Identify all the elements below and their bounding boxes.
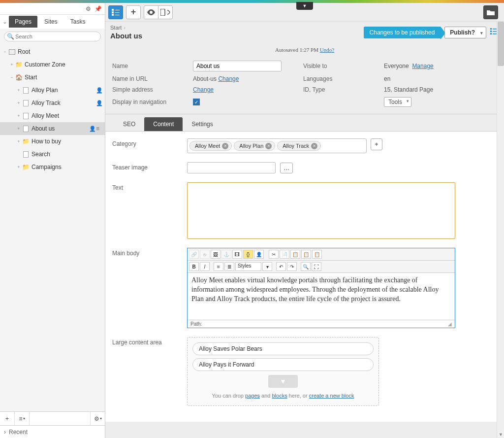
remove-chip-icon[interactable]: × <box>265 143 272 149</box>
tree-item[interactable]: Search <box>0 148 105 161</box>
ed-paste-word-icon[interactable]: 📋 <box>312 250 322 259</box>
tree-item[interactable]: +📁Customer Zone <box>0 58 105 71</box>
ed-unlink-icon[interactable]: ⎋ <box>200 250 210 259</box>
tree-item[interactable]: +Alloy Track👤 <box>0 97 105 109</box>
ed-undo-icon[interactable]: ↶ <box>276 262 286 271</box>
add-page-button[interactable]: + <box>0 412 15 425</box>
undo-link[interactable]: Undo? <box>320 47 334 53</box>
tab-settings[interactable]: Settings <box>183 117 221 131</box>
toggle-icon[interactable]: + <box>16 88 22 93</box>
ed-anchor-icon[interactable]: ⚓ <box>221 250 231 259</box>
tree-item[interactable]: +Alloy Meet <box>0 109 105 122</box>
tree-root[interactable]: − Root <box>0 45 105 58</box>
toggle-icon[interactable]: − <box>9 75 15 80</box>
editor-body[interactable]: Alloy Meet enables virtual knowledge por… <box>188 273 455 320</box>
assets-panel-toggle[interactable] <box>483 5 498 19</box>
category-chips[interactable]: Alloy Meet×Alloy Plan×Alloy Track× <box>187 138 367 153</box>
node-icon: 📁 <box>22 163 30 171</box>
root-icon <box>8 48 16 56</box>
ed-ol-icon[interactable]: ≣ <box>224 262 234 271</box>
tree-options-button[interactable]: ≡▾ <box>15 412 30 425</box>
tree-item[interactable]: −🏠Start <box>0 71 105 84</box>
tab-pages[interactable]: Pages <box>9 16 37 28</box>
ed-link-icon[interactable]: 🔗 <box>189 250 199 259</box>
tab-seo[interactable]: SEO <box>114 117 144 131</box>
breadcrumb[interactable]: Start› <box>110 25 142 31</box>
ed-paste-icon[interactable]: 📋 <box>290 250 300 259</box>
tree-label: Campaigns <box>32 164 103 170</box>
add-content-button[interactable]: + <box>126 5 141 19</box>
node-icon <box>22 99 30 107</box>
drop-blocks-link[interactable]: blocks <box>272 393 287 399</box>
tab-sites[interactable]: Sites <box>38 16 63 28</box>
scroll-thumb[interactable] <box>498 22 504 66</box>
tree-item[interactable]: +About us👤≡ <box>0 122 105 135</box>
toggle-icon[interactable]: + <box>16 113 22 118</box>
change-simple-link[interactable]: Change <box>193 86 214 93</box>
remove-chip-icon[interactable]: × <box>311 143 317 149</box>
ed-code-icon[interactable]: {} <box>243 250 253 259</box>
search-input[interactable] <box>4 32 101 41</box>
structure-toggle-button[interactable] <box>108 5 123 19</box>
change-url-link[interactable]: Change <box>218 75 239 82</box>
ed-cut-icon[interactable]: ✂ <box>269 250 279 259</box>
tree-item[interactable]: +📁How to buy <box>0 135 105 148</box>
ed-bold-icon[interactable]: B <box>189 262 199 271</box>
content-block-item[interactable]: Alloy Saves Polar Bears <box>192 342 374 355</box>
tree-item[interactable]: +📁Campaigns <box>0 161 105 173</box>
category-chip[interactable]: Alloy Plan× <box>234 141 275 151</box>
tree-item[interactable]: +Alloy Plan👤 <box>0 84 105 97</box>
content-block-item[interactable]: Alloy Pays it Forward <box>192 358 374 371</box>
ed-image-icon[interactable]: 🖼 <box>211 250 220 259</box>
toggle-icon[interactable]: + <box>16 165 22 169</box>
drop-pages-link[interactable]: pages <box>245 393 260 399</box>
remove-chip-icon[interactable]: × <box>222 143 228 149</box>
tools-dropdown[interactable]: Tools <box>384 97 411 107</box>
top-drawer-handle[interactable]: ▼ <box>296 2 313 10</box>
vertical-scrollbar[interactable]: ▲ ▼ <box>497 22 504 438</box>
ed-ul-icon[interactable]: ≡ <box>214 262 223 271</box>
toggle-icon[interactable]: + <box>16 139 22 144</box>
category-chip[interactable]: Alloy Meet× <box>189 141 232 151</box>
collapse-caret-icon[interactable]: ⌄ <box>2 18 8 25</box>
create-block-link[interactable]: create a new block <box>309 393 354 399</box>
tree-settings-button[interactable]: ⚙▾ <box>90 412 105 425</box>
ed-styles-caret[interactable]: ▾ <box>262 262 272 271</box>
ed-styles-select[interactable]: Styles <box>235 262 261 271</box>
ed-personalize-icon[interactable]: 👤 <box>254 250 264 259</box>
category-chip[interactable]: Alloy Track× <box>277 141 321 151</box>
publish-button[interactable]: Publish?▾ <box>444 27 486 38</box>
toggle-icon[interactable]: + <box>16 101 22 105</box>
manage-link[interactable]: Manage <box>412 63 433 69</box>
ed-copy-icon[interactable]: 📄 <box>280 250 289 259</box>
ed-paste-text-icon[interactable]: 📋 <box>301 250 311 259</box>
text-textarea[interactable] <box>187 182 455 239</box>
tab-tasks[interactable]: Tasks <box>64 16 92 28</box>
ed-redo-icon[interactable]: ↷ <box>287 262 297 271</box>
toggle-icon[interactable]: − <box>2 49 8 54</box>
preview-button[interactable] <box>144 5 158 19</box>
scroll-down-icon[interactable]: ▼ <box>497 431 504 438</box>
breadcrumb-item[interactable]: Start <box>110 25 122 31</box>
teaser-image-input[interactable] <box>187 162 276 173</box>
pin-icon[interactable]: 📌 <box>93 4 103 13</box>
ed-italic-icon[interactable]: I <box>200 262 210 271</box>
ed-fullscreen-icon[interactable]: ⛶ <box>312 262 321 271</box>
tab-content[interactable]: Content <box>144 117 183 131</box>
context-menu-icon[interactable]: ≡ <box>96 125 103 132</box>
teaser-browse-button[interactable]: … <box>280 163 293 173</box>
display-nav-checkbox[interactable]: ✓ <box>193 99 200 105</box>
content-area-dropzone[interactable]: Alloy Saves Polar BearsAlloy Pays it For… <box>187 337 379 406</box>
ed-search-icon[interactable]: 🔍 <box>301 262 311 271</box>
add-category-button[interactable]: + <box>371 138 382 150</box>
toggle-icon[interactable]: + <box>16 126 22 131</box>
compare-button[interactable] <box>158 5 173 19</box>
toggle-icon[interactable]: + <box>9 62 15 67</box>
ed-media-icon[interactable]: 🎞 <box>232 250 242 259</box>
gear-icon[interactable]: ⚙ <box>83 4 93 13</box>
name-input[interactable] <box>193 61 282 71</box>
navigation-panel: ⚙ 📌 ⌄ Pages Sites Tasks 🔍 − Root +📁Custo… <box>0 3 105 438</box>
recent-toggle[interactable]: › Recent <box>0 425 105 438</box>
resize-handle-icon[interactable]: ◢ <box>448 321 452 327</box>
svg-rect-11 <box>490 33 492 34</box>
